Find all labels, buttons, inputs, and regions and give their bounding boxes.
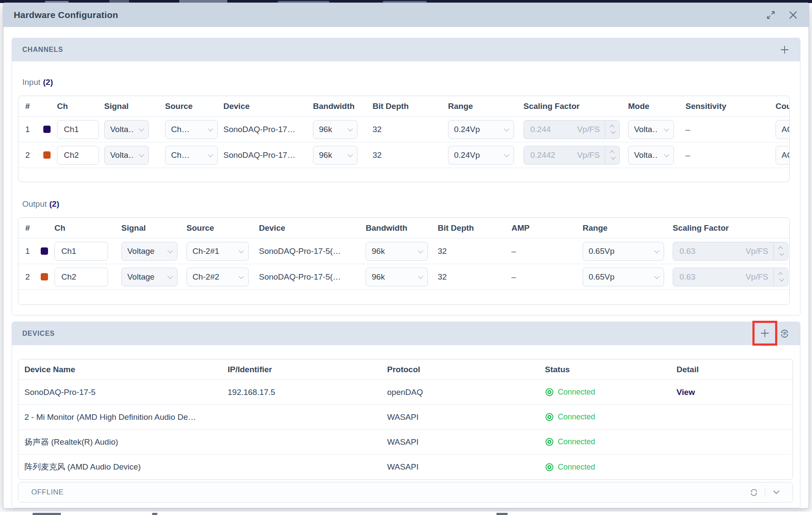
range-select[interactable]: 0.24Vp (448, 146, 514, 165)
coupling-select[interactable]: AC (776, 146, 790, 165)
scaling-factor-input[interactable]: 0.63Vp/FS (673, 268, 788, 286)
add-channel-button[interactable] (779, 45, 790, 55)
refresh-offline-icon[interactable] (749, 487, 759, 497)
scaling-factor-input[interactable]: 0.2442Vp/FS (523, 146, 620, 165)
devices-table: Device Name IP/Identifier Protocol Statu… (18, 359, 793, 480)
mode-select[interactable]: Volta… (628, 120, 674, 139)
range-select[interactable]: 0.24Vp (448, 120, 514, 139)
signal-select[interactable]: Voltage (121, 268, 177, 286)
device-row: 2 - Mi Monitor (AMD High Definition Audi… (18, 405, 793, 430)
device-protocol: WASAPI (381, 462, 539, 472)
col-header-mode: Mode (628, 102, 679, 111)
mode-select[interactable]: Volta… (628, 146, 674, 165)
device-name-text: SonoDAQ-Pro-17… (218, 125, 308, 134)
channel-color-swatch (41, 247, 48, 255)
col-header-bandwidth: Bandwidth (313, 102, 366, 111)
status-label: Connected (558, 413, 595, 422)
col-header-bit-depth: Bit Depth (432, 223, 505, 233)
col-header-protocol: Protocol (381, 365, 539, 374)
col-header-sensitivity: Sensitivity (679, 102, 769, 111)
connected-status-icon (545, 463, 554, 472)
col-header-coupling: Cou (769, 102, 790, 111)
bit-depth-text: 32 (432, 247, 505, 256)
coupling-select[interactable]: AC (776, 120, 790, 139)
bandwidth-select[interactable]: 96k (366, 268, 428, 286)
device-row: 阵列麦克风 (AMD Audio Device) WASAPI Connecte… (18, 455, 793, 479)
row-index: 1 (18, 247, 40, 256)
spinner-buttons[interactable] (605, 120, 620, 139)
col-header-bandwidth: Bandwidth (366, 223, 432, 233)
spinner-buttons[interactable] (605, 146, 620, 164)
offline-accordion[interactable]: OFFLINE (18, 482, 793, 503)
expand-icon[interactable] (766, 10, 776, 20)
device-name-text: SonoDAQ-Pro-17-5(… (252, 247, 359, 256)
background-text-fragment (33, 513, 61, 515)
device-name-text: SonoDAQ-Pro-17… (218, 151, 308, 160)
chevron-down-icon (654, 248, 660, 253)
signal-select[interactable]: Volta… (104, 120, 149, 139)
sensitivity-text: – (679, 151, 769, 160)
empty-row (18, 290, 789, 304)
bandwidth-select[interactable]: 96k (313, 146, 358, 165)
channel-name-input[interactable] (57, 146, 99, 165)
devices-section-header: DEVICES P (12, 322, 800, 345)
devices-section: DEVICES P (12, 322, 800, 508)
device-protocol: openDAQ (381, 388, 539, 397)
row-index: 2 (18, 272, 40, 282)
chevron-down-icon (504, 126, 510, 132)
channel-name-input[interactable] (57, 120, 99, 139)
chevron-down-icon (654, 274, 660, 279)
device-name: 扬声器 (Realtek(R) Audio) (18, 437, 222, 448)
channels-section: CHANNELS Input(2) # (12, 38, 800, 316)
add-device-highlight (752, 321, 777, 346)
channel-color-swatch (43, 151, 51, 159)
chevron-down-icon (348, 126, 353, 132)
col-header-signal: Signal (104, 102, 160, 111)
col-header-scaling: Scaling Factor (523, 102, 623, 111)
col-header-bit-depth: Bit Depth (366, 102, 443, 111)
chevron-down-icon (239, 274, 244, 279)
col-header-source: Source (165, 102, 218, 111)
range-select[interactable]: 0.65Vp (583, 242, 664, 261)
channels-section-title: CHANNELS (22, 46, 63, 54)
source-select[interactable]: Ch… (165, 120, 218, 139)
bit-depth-text: 32 (432, 272, 505, 282)
scaling-factor-input[interactable]: 0.63Vp/FS (673, 242, 788, 261)
close-icon[interactable] (788, 10, 798, 20)
bandwidth-select[interactable]: 96k (366, 242, 428, 261)
output-channel-row: 2 Voltage Ch-2#2 SonoDAQ-Pro-17-5(… 96k … (18, 264, 790, 290)
bandwidth-select[interactable]: 96k (313, 120, 358, 139)
scaling-factor-input[interactable]: 0.244Vp/FS (523, 120, 620, 139)
range-select[interactable]: 0.65Vp (583, 268, 664, 286)
source-select[interactable]: Ch-2#1 (186, 242, 249, 261)
expand-offline-chevron-icon[interactable] (771, 487, 782, 497)
signal-select[interactable]: Voltage (121, 242, 177, 261)
view-detail-link[interactable]: View (677, 388, 695, 397)
chevron-down-icon (208, 152, 214, 157)
add-device-button[interactable] (760, 328, 770, 338)
output-count: (2) (49, 199, 59, 208)
device-row: SonoDAQ-Pro-17-5 192.168.17.5 openDAQ Co… (18, 380, 793, 405)
devices-table-header: Device Name IP/Identifier Protocol Statu… (18, 359, 793, 380)
channel-name-input[interactable] (54, 242, 108, 261)
chevron-down-icon (168, 248, 173, 253)
spinner-buttons[interactable] (773, 242, 788, 260)
background-text-fragment (152, 513, 157, 515)
signal-select[interactable]: Volta… (104, 146, 149, 165)
dialog-titlebar: Hardware Configuration (3, 3, 809, 27)
device-name: SonoDAQ-Pro-17-5 (18, 388, 222, 397)
source-select[interactable]: Ch-2#2 (186, 268, 249, 286)
output-table-header: # Ch Signal Source Device Bandwidth Bit … (18, 218, 790, 238)
channel-color-swatch (41, 273, 48, 280)
col-header-amp: AMP (505, 223, 576, 233)
rescan-protocol-icon[interactable]: P (779, 328, 790, 339)
device-name: 阵列麦克风 (AMD Audio Device) (18, 461, 222, 473)
input-channel-row: 2 Volta… Ch… SonoDAQ-Pro-17… 96k 32 0.24… (18, 142, 790, 168)
source-select[interactable]: Ch… (165, 146, 218, 165)
channel-name-input[interactable] (54, 268, 108, 286)
device-name: 2 - Mi Monitor (AMD High Definition Audi… (18, 413, 222, 422)
channel-color-swatch (43, 126, 51, 133)
dialog-title: Hardware Configuration (14, 10, 118, 20)
spinner-buttons[interactable] (773, 268, 788, 286)
amp-text: – (505, 272, 576, 282)
